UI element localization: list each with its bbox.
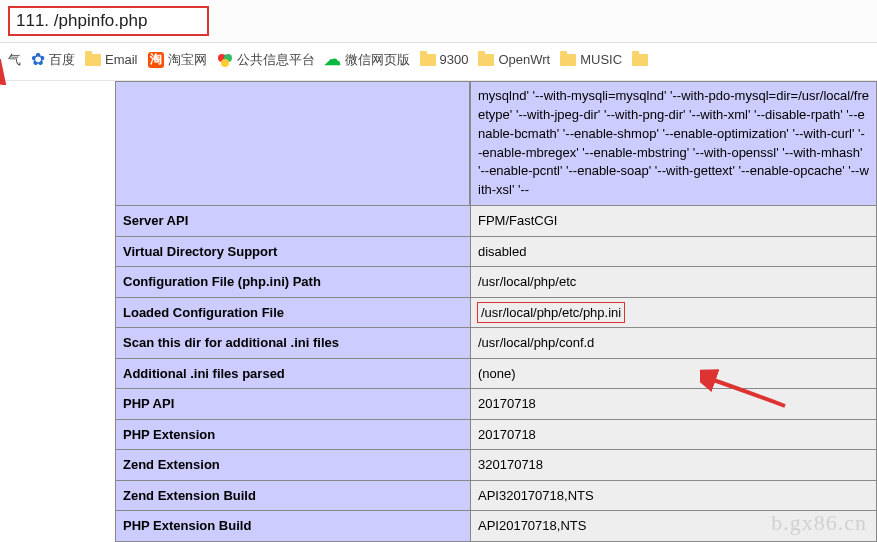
table-row: Zend Extension BuildAPI320170718,NTS [116, 480, 877, 511]
baidu-icon: ✿ [31, 49, 45, 70]
configure-command-key-cell [115, 81, 470, 205]
annotation-arrow-icon [0, 59, 132, 209]
value-cell: /usr/local/php/etc/php.ini [471, 297, 877, 328]
value-cell: (none) [471, 358, 877, 389]
table-row: Server APIFPM/FastCGI [116, 206, 877, 237]
highlighted-value: /usr/local/php/etc/php.ini [478, 303, 624, 323]
key-cell: PHP API [116, 389, 471, 420]
table-row: PHP Extension20170718 [116, 419, 877, 450]
table-row: Additional .ini files parsed(none) [116, 358, 877, 389]
configure-command-value-cell: mysqlnd' '--with-mysqli=mysqlnd' '--with… [470, 81, 877, 205]
key-cell: Zend Extension Build [116, 480, 471, 511]
table-row: Configuration File (php.ini) Path/usr/lo… [116, 267, 877, 298]
value-cell: API20170718,NTS [471, 511, 877, 542]
key-cell: Server API [116, 206, 471, 237]
key-cell: PHP Extension Build [116, 511, 471, 542]
folder-icon [420, 54, 436, 66]
table-row: Zend Extension320170718 [116, 450, 877, 481]
table-row: PHP Extension BuildAPI20170718,NTS [116, 511, 877, 542]
key-cell: Configuration File (php.ini) Path [116, 267, 471, 298]
bookmark-weather[interactable]: 气 [8, 51, 21, 69]
value-cell: API320170718,NTS [471, 480, 877, 511]
key-cell: Loaded Configuration File [116, 297, 471, 328]
bookmark-openwrt[interactable]: OpenWrt [478, 52, 550, 67]
table-row: Virtual Directory Supportdisabled [116, 236, 877, 267]
value-cell: /usr/local/php/etc [471, 267, 877, 298]
key-cell: Virtual Directory Support [116, 236, 471, 267]
table-row: Scan this dir for additional .ini files/… [116, 328, 877, 359]
value-cell: /usr/local/php/conf.d [471, 328, 877, 359]
bookmark-wechat[interactable]: ☁微信网页版 [325, 51, 410, 69]
phpinfo-content: mysqlnd' '--with-mysqli=mysqlnd' '--with… [0, 81, 877, 542]
key-cell: Scan this dir for additional .ini files [116, 328, 471, 359]
qq-icon [217, 52, 233, 68]
wechat-icon: ☁ [325, 52, 341, 68]
value-cell: 20170718 [471, 389, 877, 420]
key-cell: Additional .ini files parsed [116, 358, 471, 389]
table-row: PHP API20170718 [116, 389, 877, 420]
table-row: Loaded Configuration File/usr/local/php/… [116, 297, 877, 328]
folder-icon [85, 54, 101, 66]
bookmark-taobao[interactable]: 淘淘宝网 [148, 51, 207, 69]
value-cell: FPM/FastCGI [471, 206, 877, 237]
url-input[interactable]: 111. /phpinfo.php [8, 6, 209, 36]
folder-icon [632, 54, 648, 66]
key-cell: PHP Extension [116, 419, 471, 450]
bookmark-music[interactable]: MUSIC [560, 52, 622, 67]
bookmarks-bar: 气 ✿百度 Email 淘淘宝网 公共信息平台 ☁微信网页版 9300 Open… [0, 43, 877, 81]
taobao-icon: 淘 [148, 52, 164, 68]
bookmark-email[interactable]: Email [85, 52, 138, 67]
address-bar: 111. /phpinfo.php [0, 0, 877, 43]
bookmark-9300[interactable]: 9300 [420, 52, 469, 67]
folder-icon [560, 54, 576, 66]
value-cell: 320170718 [471, 450, 877, 481]
bookmark-last[interactable] [632, 54, 648, 66]
bookmark-baidu[interactable]: ✿百度 [31, 49, 75, 70]
phpinfo-table: Server APIFPM/FastCGI Virtual Directory … [115, 205, 877, 542]
bookmark-pubinfo[interactable]: 公共信息平台 [217, 51, 315, 69]
folder-icon [478, 54, 494, 66]
key-cell: Zend Extension [116, 450, 471, 481]
value-cell: disabled [471, 236, 877, 267]
value-cell: 20170718 [471, 419, 877, 450]
svg-point-2 [221, 59, 229, 67]
